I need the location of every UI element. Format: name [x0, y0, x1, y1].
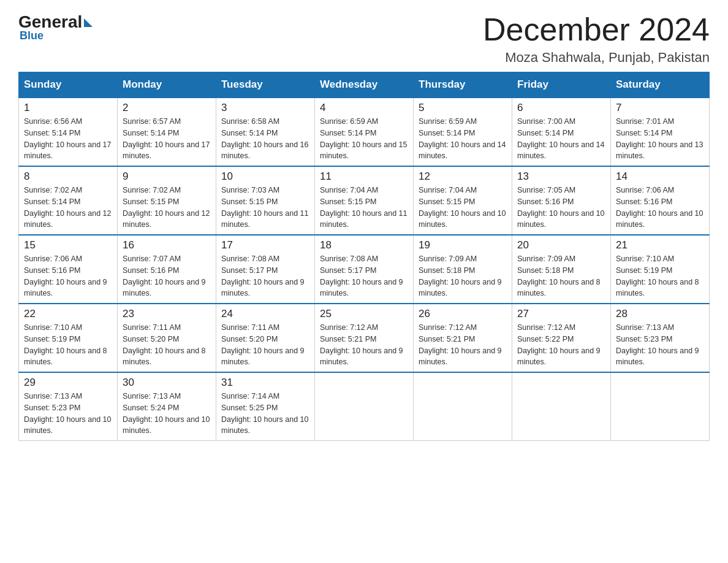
day-number: 8: [24, 170, 112, 183]
calendar-cell: 30 Sunrise: 7:13 AM Sunset: 5:24 PM Dayl…: [118, 372, 216, 441]
logo-triangle-icon: [84, 18, 93, 27]
calendar-cell: 19 Sunrise: 7:09 AM Sunset: 5:18 PM Dayl…: [414, 235, 512, 304]
calendar-cell: [611, 372, 710, 441]
calendar-cell: 17 Sunrise: 7:08 AM Sunset: 5:17 PM Dayl…: [216, 235, 315, 304]
location-subtitle: Moza Shahwala, Punjab, Pakistan: [483, 50, 710, 66]
day-number: 16: [123, 239, 211, 251]
day-number: 30: [123, 377, 211, 389]
calendar-cell: 1 Sunrise: 6:56 AM Sunset: 5:14 PM Dayli…: [19, 98, 118, 166]
day-info: Sunrise: 7:07 AM Sunset: 5:16 PM Dayligh…: [123, 253, 211, 299]
calendar-cell: 15 Sunrise: 7:06 AM Sunset: 5:16 PM Dayl…: [19, 235, 118, 304]
logo-blue-text: Blue: [18, 29, 44, 42]
day-info: Sunrise: 7:09 AM Sunset: 5:18 PM Dayligh…: [517, 253, 605, 299]
day-number: 28: [616, 308, 704, 320]
calendar-cell: 24 Sunrise: 7:11 AM Sunset: 5:20 PM Dayl…: [216, 304, 315, 372]
calendar-week-row: 8 Sunrise: 7:02 AM Sunset: 5:14 PM Dayli…: [19, 166, 710, 235]
calendar-cell: 16 Sunrise: 7:07 AM Sunset: 5:16 PM Dayl…: [118, 235, 216, 304]
calendar-cell: 23 Sunrise: 7:11 AM Sunset: 5:20 PM Dayl…: [118, 304, 216, 372]
day-number: 22: [24, 308, 112, 320]
page-header: General Blue December 2024 Moza Shahwala…: [18, 12, 710, 66]
title-block: December 2024 Moza Shahwala, Punjab, Pak…: [483, 12, 710, 66]
calendar-cell: [512, 372, 611, 441]
day-info: Sunrise: 7:08 AM Sunset: 5:17 PM Dayligh…: [221, 253, 309, 299]
day-info: Sunrise: 7:06 AM Sunset: 5:16 PM Dayligh…: [24, 253, 112, 299]
calendar-header-thursday: Thursday: [414, 72, 512, 98]
day-info: Sunrise: 7:10 AM Sunset: 5:19 PM Dayligh…: [616, 253, 704, 299]
logo: General Blue: [18, 12, 93, 42]
calendar-cell: 21 Sunrise: 7:10 AM Sunset: 5:19 PM Dayl…: [611, 235, 710, 304]
day-number: 5: [419, 102, 507, 114]
day-number: 14: [616, 170, 704, 183]
day-info: Sunrise: 6:59 AM Sunset: 5:14 PM Dayligh…: [320, 116, 408, 162]
day-number: 25: [320, 308, 408, 320]
calendar-header-wednesday: Wednesday: [315, 72, 414, 98]
month-title: December 2024: [483, 12, 710, 47]
day-info: Sunrise: 7:08 AM Sunset: 5:17 PM Dayligh…: [320, 253, 408, 299]
day-info: Sunrise: 6:56 AM Sunset: 5:14 PM Dayligh…: [24, 116, 112, 162]
calendar-cell: [414, 372, 512, 441]
calendar-cell: 6 Sunrise: 7:00 AM Sunset: 5:14 PM Dayli…: [512, 98, 611, 166]
day-info: Sunrise: 7:04 AM Sunset: 5:15 PM Dayligh…: [320, 185, 408, 231]
calendar-cell: 31 Sunrise: 7:14 AM Sunset: 5:25 PM Dayl…: [216, 372, 315, 441]
calendar-cell: 27 Sunrise: 7:12 AM Sunset: 5:22 PM Dayl…: [512, 304, 611, 372]
calendar-table: SundayMondayTuesdayWednesdayThursdayFrid…: [18, 72, 710, 441]
calendar-cell: [315, 372, 414, 441]
calendar-cell: 28 Sunrise: 7:13 AM Sunset: 5:23 PM Dayl…: [611, 304, 710, 372]
calendar-header-monday: Monday: [118, 72, 216, 98]
day-number: 13: [517, 170, 605, 183]
calendar-week-row: 1 Sunrise: 6:56 AM Sunset: 5:14 PM Dayli…: [19, 98, 710, 166]
day-number: 21: [616, 239, 704, 251]
day-number: 3: [221, 102, 309, 114]
calendar-week-row: 22 Sunrise: 7:10 AM Sunset: 5:19 PM Dayl…: [19, 304, 710, 372]
calendar-cell: 11 Sunrise: 7:04 AM Sunset: 5:15 PM Dayl…: [315, 166, 414, 235]
calendar-cell: 4 Sunrise: 6:59 AM Sunset: 5:14 PM Dayli…: [315, 98, 414, 166]
calendar-cell: 7 Sunrise: 7:01 AM Sunset: 5:14 PM Dayli…: [611, 98, 710, 166]
calendar-week-row: 29 Sunrise: 7:13 AM Sunset: 5:23 PM Dayl…: [19, 372, 710, 441]
day-info: Sunrise: 7:10 AM Sunset: 5:19 PM Dayligh…: [24, 322, 112, 368]
day-info: Sunrise: 7:11 AM Sunset: 5:20 PM Dayligh…: [123, 322, 211, 368]
day-number: 2: [123, 102, 211, 114]
day-number: 31: [221, 377, 309, 389]
day-info: Sunrise: 6:57 AM Sunset: 5:14 PM Dayligh…: [123, 116, 211, 162]
day-number: 19: [419, 239, 507, 251]
calendar-header-friday: Friday: [512, 72, 611, 98]
day-info: Sunrise: 7:03 AM Sunset: 5:15 PM Dayligh…: [221, 185, 309, 231]
calendar-cell: 10 Sunrise: 7:03 AM Sunset: 5:15 PM Dayl…: [216, 166, 315, 235]
calendar-cell: 13 Sunrise: 7:05 AM Sunset: 5:16 PM Dayl…: [512, 166, 611, 235]
day-number: 15: [24, 239, 112, 251]
calendar-header-sunday: Sunday: [19, 72, 118, 98]
calendar-header-saturday: Saturday: [611, 72, 710, 98]
calendar-week-row: 15 Sunrise: 7:06 AM Sunset: 5:16 PM Dayl…: [19, 235, 710, 304]
calendar-cell: 2 Sunrise: 6:57 AM Sunset: 5:14 PM Dayli…: [118, 98, 216, 166]
day-info: Sunrise: 7:11 AM Sunset: 5:20 PM Dayligh…: [221, 322, 309, 368]
day-number: 9: [123, 170, 211, 183]
calendar-cell: 3 Sunrise: 6:58 AM Sunset: 5:14 PM Dayli…: [216, 98, 315, 166]
calendar-cell: 22 Sunrise: 7:10 AM Sunset: 5:19 PM Dayl…: [19, 304, 118, 372]
day-info: Sunrise: 7:01 AM Sunset: 5:14 PM Dayligh…: [616, 116, 704, 162]
calendar-cell: 5 Sunrise: 6:59 AM Sunset: 5:14 PM Dayli…: [414, 98, 512, 166]
day-info: Sunrise: 7:13 AM Sunset: 5:23 PM Dayligh…: [24, 391, 112, 437]
day-number: 7: [616, 102, 704, 114]
calendar-cell: 8 Sunrise: 7:02 AM Sunset: 5:14 PM Dayli…: [19, 166, 118, 235]
day-number: 27: [517, 308, 605, 320]
day-number: 11: [320, 170, 408, 183]
day-info: Sunrise: 7:02 AM Sunset: 5:15 PM Dayligh…: [123, 185, 211, 231]
day-info: Sunrise: 7:13 AM Sunset: 5:24 PM Dayligh…: [123, 391, 211, 437]
day-info: Sunrise: 7:14 AM Sunset: 5:25 PM Dayligh…: [221, 391, 309, 437]
day-number: 18: [320, 239, 408, 251]
calendar-cell: 26 Sunrise: 7:12 AM Sunset: 5:21 PM Dayl…: [414, 304, 512, 372]
day-info: Sunrise: 7:12 AM Sunset: 5:22 PM Dayligh…: [517, 322, 605, 368]
calendar-cell: 18 Sunrise: 7:08 AM Sunset: 5:17 PM Dayl…: [315, 235, 414, 304]
day-info: Sunrise: 6:58 AM Sunset: 5:14 PM Dayligh…: [221, 116, 309, 162]
calendar-cell: 20 Sunrise: 7:09 AM Sunset: 5:18 PM Dayl…: [512, 235, 611, 304]
calendar-cell: 12 Sunrise: 7:04 AM Sunset: 5:15 PM Dayl…: [414, 166, 512, 235]
calendar-header-tuesday: Tuesday: [216, 72, 315, 98]
day-number: 17: [221, 239, 309, 251]
day-info: Sunrise: 7:00 AM Sunset: 5:14 PM Dayligh…: [517, 116, 605, 162]
day-number: 26: [419, 308, 507, 320]
calendar-cell: 29 Sunrise: 7:13 AM Sunset: 5:23 PM Dayl…: [19, 372, 118, 441]
day-number: 4: [320, 102, 408, 114]
day-info: Sunrise: 7:12 AM Sunset: 5:21 PM Dayligh…: [419, 322, 507, 368]
day-info: Sunrise: 7:04 AM Sunset: 5:15 PM Dayligh…: [419, 185, 507, 231]
day-info: Sunrise: 7:12 AM Sunset: 5:21 PM Dayligh…: [320, 322, 408, 368]
